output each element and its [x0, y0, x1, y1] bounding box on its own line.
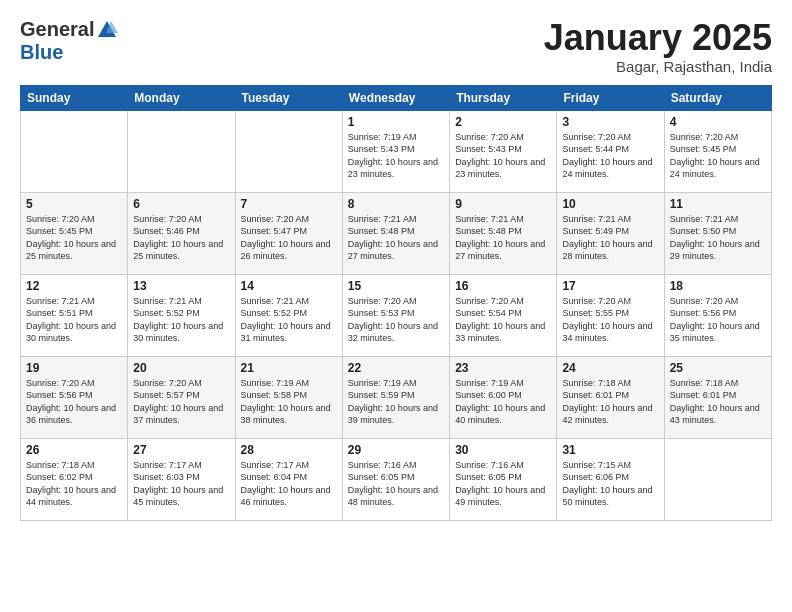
day-info: Sunrise: 7:19 AM Sunset: 5:43 PM Dayligh… [348, 131, 444, 181]
table-row: 9Sunrise: 7:21 AM Sunset: 5:48 PM Daylig… [450, 192, 557, 274]
day-number: 25 [670, 361, 766, 375]
day-info: Sunrise: 7:18 AM Sunset: 6:02 PM Dayligh… [26, 459, 122, 509]
calendar-week-row: 19Sunrise: 7:20 AM Sunset: 5:56 PM Dayli… [21, 356, 772, 438]
table-row: 12Sunrise: 7:21 AM Sunset: 5:51 PM Dayli… [21, 274, 128, 356]
table-row: 19Sunrise: 7:20 AM Sunset: 5:56 PM Dayli… [21, 356, 128, 438]
table-row: 18Sunrise: 7:20 AM Sunset: 5:56 PM Dayli… [664, 274, 771, 356]
day-number: 11 [670, 197, 766, 211]
day-info: Sunrise: 7:20 AM Sunset: 5:43 PM Dayligh… [455, 131, 551, 181]
day-info: Sunrise: 7:21 AM Sunset: 5:52 PM Dayligh… [133, 295, 229, 345]
table-row: 29Sunrise: 7:16 AM Sunset: 6:05 PM Dayli… [342, 438, 449, 520]
day-info: Sunrise: 7:20 AM Sunset: 5:57 PM Dayligh… [133, 377, 229, 427]
table-row: 17Sunrise: 7:20 AM Sunset: 5:55 PM Dayli… [557, 274, 664, 356]
location: Bagar, Rajasthan, India [544, 58, 772, 75]
day-info: Sunrise: 7:21 AM Sunset: 5:49 PM Dayligh… [562, 213, 658, 263]
header-right: January 2025 Bagar, Rajasthan, India [544, 18, 772, 75]
table-row: 21Sunrise: 7:19 AM Sunset: 5:58 PM Dayli… [235, 356, 342, 438]
day-info: Sunrise: 7:17 AM Sunset: 6:04 PM Dayligh… [241, 459, 337, 509]
day-number: 16 [455, 279, 551, 293]
day-number: 14 [241, 279, 337, 293]
calendar-week-row: 1Sunrise: 7:19 AM Sunset: 5:43 PM Daylig… [21, 110, 772, 192]
day-info: Sunrise: 7:16 AM Sunset: 6:05 PM Dayligh… [348, 459, 444, 509]
day-number: 5 [26, 197, 122, 211]
table-row: 11Sunrise: 7:21 AM Sunset: 5:50 PM Dayli… [664, 192, 771, 274]
table-row [664, 438, 771, 520]
day-info: Sunrise: 7:19 AM Sunset: 5:58 PM Dayligh… [241, 377, 337, 427]
day-info: Sunrise: 7:21 AM Sunset: 5:52 PM Dayligh… [241, 295, 337, 345]
day-info: Sunrise: 7:20 AM Sunset: 5:45 PM Dayligh… [26, 213, 122, 263]
weekday-header-row: Sunday Monday Tuesday Wednesday Thursday… [21, 85, 772, 110]
day-info: Sunrise: 7:19 AM Sunset: 5:59 PM Dayligh… [348, 377, 444, 427]
day-info: Sunrise: 7:20 AM Sunset: 5:54 PM Dayligh… [455, 295, 551, 345]
table-row [128, 110, 235, 192]
day-number: 28 [241, 443, 337, 457]
day-number: 18 [670, 279, 766, 293]
table-row: 30Sunrise: 7:16 AM Sunset: 6:05 PM Dayli… [450, 438, 557, 520]
day-number: 13 [133, 279, 229, 293]
day-number: 21 [241, 361, 337, 375]
table-row: 25Sunrise: 7:18 AM Sunset: 6:01 PM Dayli… [664, 356, 771, 438]
day-info: Sunrise: 7:21 AM Sunset: 5:48 PM Dayligh… [348, 213, 444, 263]
logo-general-text: General [20, 18, 94, 41]
table-row: 3Sunrise: 7:20 AM Sunset: 5:44 PM Daylig… [557, 110, 664, 192]
day-info: Sunrise: 7:21 AM Sunset: 5:51 PM Dayligh… [26, 295, 122, 345]
calendar-week-row: 12Sunrise: 7:21 AM Sunset: 5:51 PM Dayli… [21, 274, 772, 356]
table-row: 23Sunrise: 7:19 AM Sunset: 6:00 PM Dayli… [450, 356, 557, 438]
day-number: 30 [455, 443, 551, 457]
header: General Blue January 2025 Bagar, Rajasth… [20, 18, 772, 75]
day-info: Sunrise: 7:20 AM Sunset: 5:45 PM Dayligh… [670, 131, 766, 181]
day-info: Sunrise: 7:18 AM Sunset: 6:01 PM Dayligh… [562, 377, 658, 427]
table-row: 4Sunrise: 7:20 AM Sunset: 5:45 PM Daylig… [664, 110, 771, 192]
table-row: 31Sunrise: 7:15 AM Sunset: 6:06 PM Dayli… [557, 438, 664, 520]
day-number: 20 [133, 361, 229, 375]
page: General Blue January 2025 Bagar, Rajasth… [0, 0, 792, 612]
table-row: 5Sunrise: 7:20 AM Sunset: 5:45 PM Daylig… [21, 192, 128, 274]
table-row: 15Sunrise: 7:20 AM Sunset: 5:53 PM Dayli… [342, 274, 449, 356]
day-info: Sunrise: 7:20 AM Sunset: 5:55 PM Dayligh… [562, 295, 658, 345]
day-number: 8 [348, 197, 444, 211]
day-info: Sunrise: 7:20 AM Sunset: 5:56 PM Dayligh… [670, 295, 766, 345]
table-row: 14Sunrise: 7:21 AM Sunset: 5:52 PM Dayli… [235, 274, 342, 356]
header-tuesday: Tuesday [235, 85, 342, 110]
table-row: 20Sunrise: 7:20 AM Sunset: 5:57 PM Dayli… [128, 356, 235, 438]
day-number: 23 [455, 361, 551, 375]
header-saturday: Saturday [664, 85, 771, 110]
day-info: Sunrise: 7:20 AM Sunset: 5:53 PM Dayligh… [348, 295, 444, 345]
day-info: Sunrise: 7:15 AM Sunset: 6:06 PM Dayligh… [562, 459, 658, 509]
table-row: 28Sunrise: 7:17 AM Sunset: 6:04 PM Dayli… [235, 438, 342, 520]
day-info: Sunrise: 7:19 AM Sunset: 6:00 PM Dayligh… [455, 377, 551, 427]
day-number: 6 [133, 197, 229, 211]
day-number: 31 [562, 443, 658, 457]
day-info: Sunrise: 7:17 AM Sunset: 6:03 PM Dayligh… [133, 459, 229, 509]
day-number: 19 [26, 361, 122, 375]
table-row [235, 110, 342, 192]
day-number: 15 [348, 279, 444, 293]
day-number: 4 [670, 115, 766, 129]
day-number: 26 [26, 443, 122, 457]
day-info: Sunrise: 7:20 AM Sunset: 5:56 PM Dayligh… [26, 377, 122, 427]
day-number: 10 [562, 197, 658, 211]
day-info: Sunrise: 7:21 AM Sunset: 5:48 PM Dayligh… [455, 213, 551, 263]
table-row: 10Sunrise: 7:21 AM Sunset: 5:49 PM Dayli… [557, 192, 664, 274]
logo: General Blue [20, 18, 118, 64]
table-row: 6Sunrise: 7:20 AM Sunset: 5:46 PM Daylig… [128, 192, 235, 274]
day-info: Sunrise: 7:20 AM Sunset: 5:47 PM Dayligh… [241, 213, 337, 263]
logo-icon [96, 19, 118, 41]
calendar-table: Sunday Monday Tuesday Wednesday Thursday… [20, 85, 772, 521]
calendar-week-row: 26Sunrise: 7:18 AM Sunset: 6:02 PM Dayli… [21, 438, 772, 520]
day-info: Sunrise: 7:20 AM Sunset: 5:44 PM Dayligh… [562, 131, 658, 181]
table-row: 27Sunrise: 7:17 AM Sunset: 6:03 PM Dayli… [128, 438, 235, 520]
day-number: 3 [562, 115, 658, 129]
table-row [21, 110, 128, 192]
table-row: 2Sunrise: 7:20 AM Sunset: 5:43 PM Daylig… [450, 110, 557, 192]
table-row: 1Sunrise: 7:19 AM Sunset: 5:43 PM Daylig… [342, 110, 449, 192]
day-info: Sunrise: 7:20 AM Sunset: 5:46 PM Dayligh… [133, 213, 229, 263]
table-row: 7Sunrise: 7:20 AM Sunset: 5:47 PM Daylig… [235, 192, 342, 274]
calendar-week-row: 5Sunrise: 7:20 AM Sunset: 5:45 PM Daylig… [21, 192, 772, 274]
day-number: 27 [133, 443, 229, 457]
day-number: 24 [562, 361, 658, 375]
day-number: 9 [455, 197, 551, 211]
day-number: 17 [562, 279, 658, 293]
header-thursday: Thursday [450, 85, 557, 110]
day-number: 12 [26, 279, 122, 293]
